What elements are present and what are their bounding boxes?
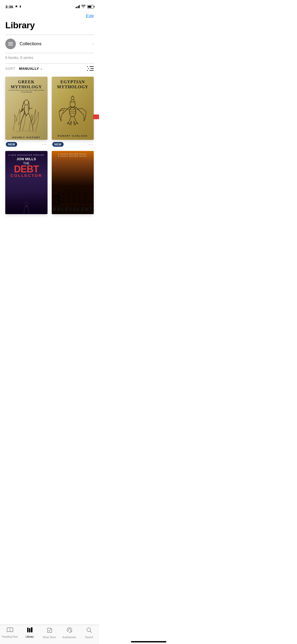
greek-illustration [7, 93, 45, 136]
edit-button[interactable]: Edit [86, 14, 94, 19]
books-count: 6 books, 6 series [0, 53, 99, 63]
book-cover-greek: GREEKMYTHOLOGY A Concise Guide to Ancien… [5, 77, 48, 140]
malevolent-series-2: A SHAYE ARCHER NOVEL [52, 155, 94, 157]
book-item-debt[interactable]: A JACK WINCHESTER THRILLER JON MILLS THE… [5, 151, 48, 216]
sort-button[interactable]: SORT MANUALLY ⌄ [5, 67, 43, 71]
greek-author: HOURLY HISTORY [12, 136, 40, 139]
malevolent-series-1: A SHAYE ARCHER NOVEL [52, 153, 94, 155]
bottom-spacer [0, 216, 99, 243]
page-title: Library [5, 20, 94, 30]
greek-more-button[interactable]: ··· [42, 142, 47, 147]
egyptian-title: EGYPTIANMYTHOLOGY [57, 79, 88, 89]
malevolent-meta [52, 214, 94, 216]
greek-meta: NEW ··· [5, 140, 48, 147]
battery-icon [87, 5, 94, 8]
status-bar: 3:36 ⬆ [0, 0, 99, 12]
egyptian-more-button[interactable]: ··· [88, 142, 93, 147]
sort-row: SORT MANUALLY ⌄ [0, 64, 99, 75]
status-time: 3:36 ⬆ [5, 4, 21, 9]
hamburger-icon [8, 42, 13, 45]
debt-meta [5, 214, 48, 216]
collections-row[interactable]: Collections › [0, 35, 99, 53]
egyptian-illustration [54, 89, 92, 135]
book-item-egyptian-wrapper: EGYPTIANMYTHOLOGY [52, 77, 94, 147]
book-item-greek[interactable]: GREEKMYTHOLOGY A Concise Guide to Ancien… [5, 77, 48, 147]
list-view-button[interactable] [87, 66, 94, 71]
location-icon: ⬆ [19, 5, 21, 8]
debt-title-sub: COLLECTOR [11, 173, 42, 178]
sort-chevron-icon: ⌄ [40, 67, 43, 70]
signal-bars [76, 5, 80, 8]
malevolent-number: 3 [53, 193, 62, 208]
status-icons [76, 5, 94, 9]
collections-icon [5, 39, 16, 49]
book-item-egyptian[interactable]: EGYPTIANMYTHOLOGY [52, 77, 94, 147]
greek-subtitle: A Concise Guide to Ancient Gods, Heroes,… [7, 89, 45, 93]
egyptian-new-badge: NEW [52, 142, 64, 147]
greek-new-badge: NEW [6, 142, 17, 147]
book-cover-debt: A JACK WINCHESTER THRILLER JON MILLS THE… [5, 151, 48, 214]
greek-title: GREEKMYTHOLOGY [11, 79, 42, 89]
svg-point-1 [69, 107, 76, 117]
malevolent-title: MALEVOLENT [52, 206, 94, 212]
collections-chevron: › [92, 41, 94, 47]
wifi-icon [81, 5, 86, 9]
book-cover-malevolent: A SHAYE ARCHER NOVEL A SHAYE ARCHER NOVE… [52, 151, 94, 214]
svg-point-2 [70, 102, 75, 107]
book-cover-egyptian: EGYPTIANMYTHOLOGY [52, 77, 94, 140]
egyptian-author: ROBERT CARLSON [58, 135, 88, 137]
books-grid: GREEKMYTHOLOGY A Concise Guide to Ancien… [0, 75, 99, 217]
svg-point-0 [24, 100, 29, 105]
book-item-malevolent[interactable]: A SHAYE ARCHER NOVEL A SHAYE ARCHER NOVE… [52, 151, 94, 216]
debt-author: JON MILLS [17, 157, 36, 161]
debt-content: A JACK WINCHESTER THRILLER JON MILLS THE… [7, 154, 45, 178]
header-area: Edit [0, 12, 99, 19]
debt-title-main: DEBT [14, 165, 39, 173]
page-title-area: Library [0, 19, 99, 35]
collections-label: Collections [20, 41, 92, 47]
debt-series: A JACK WINCHESTER THRILLER [8, 154, 44, 156]
egyptian-meta: NEW ··· [52, 140, 94, 147]
arrow-indicator [93, 110, 99, 124]
svg-point-3 [25, 202, 28, 205]
